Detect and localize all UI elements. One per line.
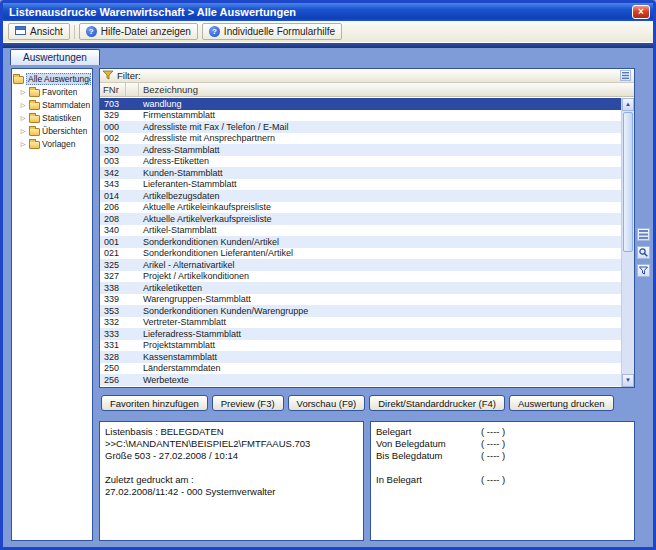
row-bezeichnung: Adressliste mit Ansprechpartnern xyxy=(139,133,621,143)
table-row[interactable]: 340Artikel-Stammblatt xyxy=(100,225,621,237)
hilfe-datei-button[interactable]: ? Hilfe-Datei anzeigen xyxy=(79,23,198,40)
preview-f3-button[interactable]: Preview (F3) xyxy=(212,395,284,411)
tree-item-vorlagen[interactable]: ▷Vorlagen xyxy=(13,137,91,150)
tree-item-stammdaten[interactable]: ▷Stammdaten xyxy=(13,98,91,111)
column-header-bezeichnung[interactable]: Bezeichnung xyxy=(139,84,621,95)
row-bezeichnung: Werbetexte xyxy=(139,375,621,385)
info-row: Listenbasis : BELEGDATEN>>C:\MANDANTEN\B… xyxy=(99,421,635,541)
table-row[interactable]: 021Sonderkonditionen Lieferanten/Artikel xyxy=(100,248,621,260)
info-right-row: Von Belegdatum( ---- ) xyxy=(376,438,629,450)
row-number: 333 xyxy=(100,329,125,339)
table-row[interactable]: 329Firmenstammblatt xyxy=(100,110,621,122)
table-row[interactable]: 002Adressliste mit Ansprechpartnern xyxy=(100,133,621,145)
expander-icon[interactable]: ▷ xyxy=(19,140,27,147)
scroll-up-icon[interactable]: ▲ xyxy=(622,98,634,111)
column-header-flag[interactable] xyxy=(126,83,139,96)
row-number: 206 xyxy=(100,202,125,212)
table-row[interactable]: 250Länderstammdaten xyxy=(100,363,621,375)
row-bezeichnung: Länderstammdaten xyxy=(139,363,621,373)
table-row[interactable]: 333Lieferadress-Stammblatt xyxy=(100,328,621,340)
app-window: Listenausdrucke Warenwirtschaft > Alle A… xyxy=(0,0,656,550)
expander-icon[interactable]: ▷ xyxy=(19,127,27,134)
formularhilfe-label: Individuelle Formularhilfe xyxy=(224,26,335,37)
expander-icon[interactable]: ▷ xyxy=(19,101,27,108)
row-bezeichnung: Artikeletiketten xyxy=(139,283,621,293)
table-row[interactable]: 206Aktuelle Artikeleinkaufspreisliste xyxy=(100,202,621,214)
view-icon xyxy=(15,25,26,38)
tab-label: Auswertungen xyxy=(23,52,87,63)
row-number: 340 xyxy=(100,225,125,235)
folder-icon xyxy=(29,128,40,136)
tree-item-label: Favoriten xyxy=(42,87,77,97)
table-row[interactable]: 331Projektstammblatt xyxy=(100,340,621,352)
vorschau-f9-button[interactable]: Vorschau (F9) xyxy=(288,395,366,411)
tree-item-label: Übersichten xyxy=(42,126,87,136)
tab-auswertungen[interactable]: Auswertungen xyxy=(10,49,100,65)
table-header[interactable]: FNr Bezeichnung xyxy=(100,83,634,97)
table-row[interactable]: 338Artikeletiketten xyxy=(100,282,621,294)
table-row[interactable]: 001Sonderkonditionen Kunden/Artikel xyxy=(100,236,621,248)
tree-item-label: Alle Auswertungen xyxy=(26,73,91,85)
row-number: 256 xyxy=(100,375,125,385)
titlebar[interactable]: Listenausdrucke Warenwirtschaft > Alle A… xyxy=(3,3,653,21)
auswertung-drucken-button[interactable]: Auswertung drucken xyxy=(509,395,614,411)
row-bezeichnung: Artikel-Stammblatt xyxy=(139,225,621,235)
direkt-standarddrucker-f4-button[interactable]: Direkt/Standarddrucker (F4) xyxy=(369,395,505,411)
table-row[interactable]: 330Adress-Stammblatt xyxy=(100,144,621,156)
help-icon: ? xyxy=(86,26,97,37)
table-row[interactable]: 339Warengruppen-Stammblatt xyxy=(100,294,621,306)
close-button[interactable]: × xyxy=(632,5,650,19)
info-right-label: In Belegart xyxy=(376,474,481,486)
row-number: 000 xyxy=(100,122,125,132)
info-right-row: Belegart( ---- ) xyxy=(376,426,629,438)
table-row[interactable]: 327Projekt / Artikelkonditionen xyxy=(100,271,621,283)
scrollbar-thumb[interactable] xyxy=(623,112,633,252)
info-right-label: Von Belegdatum xyxy=(376,438,481,450)
tree-item-alle-auswertungen[interactable]: Alle Auswertungen xyxy=(13,72,91,85)
column-header-fnr[interactable]: FNr xyxy=(100,83,126,96)
window-title: Listenausdrucke Warenwirtschaft > Alle A… xyxy=(9,6,296,18)
search-icon[interactable] xyxy=(637,246,650,259)
table-row[interactable]: 703wandlung xyxy=(100,98,621,110)
tree-item-statistiken[interactable]: ▷Statistiken xyxy=(13,111,91,124)
info-right-row: Bis Belegdatum( ---- ) xyxy=(376,450,629,462)
table-row[interactable]: 256Werbetexte xyxy=(100,374,621,386)
row-bezeichnung: Arikel - Alternativartikel xyxy=(139,260,621,270)
row-bezeichnung: Kassenstammblatt xyxy=(139,352,621,362)
info-right-value: ( ---- ) xyxy=(481,426,505,438)
expander-icon[interactable]: ▷ xyxy=(19,88,27,95)
filter-options-button[interactable] xyxy=(620,70,631,81)
table-row[interactable]: 000Adressliste mit Fax / Telefon / E-Mai… xyxy=(100,121,621,133)
scroll-down-icon[interactable]: ▼ xyxy=(622,374,634,387)
table-row[interactable]: 343Lieferanten-Stammblatt xyxy=(100,179,621,191)
list-view-icon[interactable] xyxy=(637,228,650,241)
tree-item-favoriten[interactable]: ▷Favoriten xyxy=(13,85,91,98)
folder-icon xyxy=(29,115,40,123)
info-left-box: Listenbasis : BELEGDATEN>>C:\MANDANTEN\B… xyxy=(99,421,364,541)
table-row[interactable]: 332Vertreter-Stammblatt xyxy=(100,317,621,329)
ansicht-button[interactable]: Ansicht xyxy=(8,23,70,40)
tree-item-label: Stammdaten xyxy=(42,100,90,110)
row-bezeichnung: Adress-Stammblatt xyxy=(139,145,621,155)
row-number: 250 xyxy=(100,363,125,373)
filter-funnel-icon[interactable] xyxy=(637,264,650,277)
folder-icon xyxy=(29,102,40,110)
table-row[interactable]: 003Adress-Etiketten xyxy=(100,156,621,168)
individuelle-formularhilfe-button[interactable]: ? Individuelle Formularhilfe xyxy=(202,23,342,40)
info-right-value: ( ---- ) xyxy=(481,474,505,486)
table-row[interactable]: 328Kassenstammblatt xyxy=(100,351,621,363)
tree-item-uebersichten[interactable]: ▷Übersichten xyxy=(13,124,91,137)
table-row[interactable]: 208Aktuelle Artikelverkaufspreisliste xyxy=(100,213,621,225)
table-row[interactable]: 342Kunden-Stammblatt xyxy=(100,167,621,179)
row-bezeichnung: Adressliste mit Fax / Telefon / E-Mail xyxy=(139,122,621,132)
row-bezeichnung: Vertreter-Stammblatt xyxy=(139,317,621,327)
row-number: 001 xyxy=(100,237,125,247)
table-row[interactable]: 014Artikelbezugsdaten xyxy=(100,190,621,202)
table-row[interactable]: 325Arikel - Alternativartikel xyxy=(100,259,621,271)
info-line: Zuletzt gedruckt am : xyxy=(105,474,358,486)
table-row[interactable]: 353Sonderkonditionen Kunden/Warengruppe xyxy=(100,305,621,317)
row-number: 208 xyxy=(100,214,125,224)
table-scrollbar[interactable]: ▲ ▼ xyxy=(621,98,634,387)
expander-icon[interactable]: ▷ xyxy=(19,114,27,121)
favoriten-hinzufuegen-button[interactable]: Favoriten hinzufügen xyxy=(101,395,208,411)
